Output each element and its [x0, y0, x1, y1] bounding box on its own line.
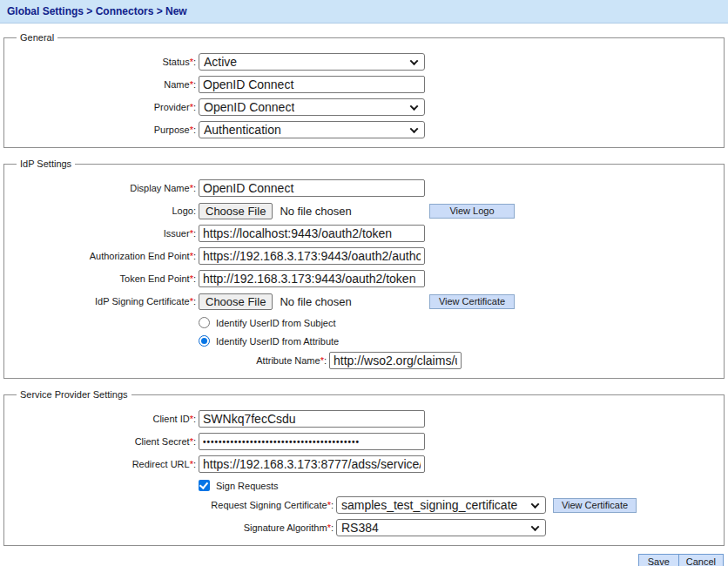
idp-settings-legend: IdP Settings	[17, 158, 75, 169]
footer-actions: Save Cancel	[0, 554, 724, 566]
authorization-endpoint-label: Authorization End Point*:	[13, 251, 196, 261]
general-legend: General	[17, 32, 57, 43]
idp-signing-certificate-row: IdP Signing Certificate*: Choose File No…	[13, 293, 715, 310]
display-name-input[interactable]	[199, 179, 425, 197]
identify-userid-from-subject-label: Identify UserID from Subject	[216, 318, 336, 328]
name-input[interactable]	[199, 76, 425, 93]
token-endpoint-label: Token End Point*:	[13, 273, 196, 284]
cancel-button[interactable]: Cancel	[678, 554, 724, 566]
view-certificate-button[interactable]: View Certificate	[553, 498, 637, 513]
name-row: Name*:	[13, 76, 715, 93]
choose-file-button[interactable]: Choose File	[199, 293, 273, 310]
redirect-url-row: Redirect URL*:	[13, 455, 715, 473]
issuer-row: Issuer*:	[13, 225, 715, 242]
identify-userid-from-attribute-radio[interactable]	[199, 335, 210, 347]
idp-signing-certificate-file-input[interactable]: Choose File No file chosen	[199, 293, 425, 310]
status-select[interactable]: Active	[199, 53, 425, 71]
signature-algorithm-row: Signature Algorithm*: RS384	[13, 519, 715, 536]
sign-requests-checkbox[interactable]	[199, 480, 210, 491]
provider-select[interactable]: OpenID Connect	[199, 98, 425, 116]
service-provider-settings-section: Service Provider Settings Client ID*: Cl…	[3, 389, 725, 546]
service-provider-settings-legend: Service Provider Settings	[17, 389, 131, 400]
client-id-row: Client ID*:	[13, 410, 715, 428]
authorization-endpoint-input[interactable]	[199, 247, 425, 265]
status-row: Status*: Active	[13, 53, 715, 71]
client-id-label: Client ID*:	[13, 414, 196, 424]
view-logo-button[interactable]: View Logo	[429, 204, 515, 219]
redirect-url-input[interactable]	[199, 455, 425, 473]
identify-attribute-row: Identify UserID from Attribute	[13, 335, 715, 347]
issuer-input[interactable]	[199, 225, 425, 242]
redirect-url-label: Redirect URL*:	[13, 459, 196, 469]
logo-file-input[interactable]: Choose File No file chosen	[199, 203, 425, 219]
provider-label: Provider*:	[13, 102, 196, 112]
breadcrumb[interactable]: Global Settings > Connectors > New	[0, 0, 728, 24]
token-endpoint-row: Token End Point*:	[13, 270, 715, 287]
file-status-text: No file chosen	[280, 205, 351, 218]
provider-row: Provider*: OpenID Connect	[13, 98, 715, 116]
idp-settings-section: IdP Settings Display Name*: Logo: Choose…	[3, 158, 725, 379]
attribute-name-input[interactable]	[329, 352, 462, 369]
identify-userid-from-attribute-label: Identify UserID from Attribute	[216, 336, 339, 347]
authorization-endpoint-row: Authorization End Point*:	[13, 247, 715, 265]
display-name-row: Display Name*:	[13, 179, 715, 197]
request-signing-certificate-row: Request Signing Certificate*: samples_te…	[13, 496, 715, 514]
idp-signing-certificate-label: IdP Signing Certificate*:	[13, 296, 196, 307]
client-secret-input[interactable]	[199, 433, 425, 450]
choose-file-button[interactable]: Choose File	[199, 203, 273, 219]
sign-requests-row: Sign Requests	[13, 480, 715, 491]
logo-label: Logo:	[13, 206, 196, 216]
chevron-down-icon	[410, 125, 419, 133]
chevron-down-icon	[410, 102, 419, 111]
save-button[interactable]: Save	[638, 554, 679, 566]
token-endpoint-input[interactable]	[199, 270, 425, 287]
identify-userid-from-subject-radio[interactable]	[199, 317, 210, 328]
purpose-select[interactable]: Authentication	[199, 121, 425, 138]
request-signing-certificate-label: Request Signing Certificate*:	[13, 500, 334, 510]
sign-requests-label: Sign Requests	[216, 481, 279, 491]
attribute-name-label: Attribute Name*:	[13, 355, 327, 366]
name-label: Name*:	[13, 79, 196, 90]
client-id-input[interactable]	[199, 410, 425, 428]
issuer-label: Issuer*:	[13, 228, 196, 239]
display-name-label: Display Name*:	[13, 183, 196, 193]
general-section: General Status*: Active Name*: Provider*…	[3, 32, 725, 148]
signature-algorithm-label: Signature Algorithm*:	[13, 522, 334, 533]
signature-algorithm-select[interactable]: RS384	[336, 519, 546, 536]
chevron-down-icon	[531, 522, 540, 531]
client-secret-label: Client Secret*:	[13, 436, 196, 447]
identify-subject-row: Identify UserID from Subject	[13, 317, 715, 328]
view-certificate-button[interactable]: View Certificate	[429, 294, 515, 309]
attribute-name-row: Attribute Name*:	[13, 352, 715, 369]
chevron-down-icon	[531, 500, 540, 509]
logo-row: Logo: Choose File No file chosen View Lo…	[13, 202, 715, 219]
chevron-down-icon	[410, 57, 419, 65]
status-label: Status*:	[13, 57, 196, 67]
purpose-row: Purpose*: Authentication	[13, 121, 715, 138]
file-status-text: No file chosen	[280, 295, 351, 308]
client-secret-row: Client Secret*:	[13, 433, 715, 450]
purpose-label: Purpose*:	[13, 125, 196, 135]
request-signing-certificate-select[interactable]: samples_test_signing_certificate	[336, 496, 546, 514]
